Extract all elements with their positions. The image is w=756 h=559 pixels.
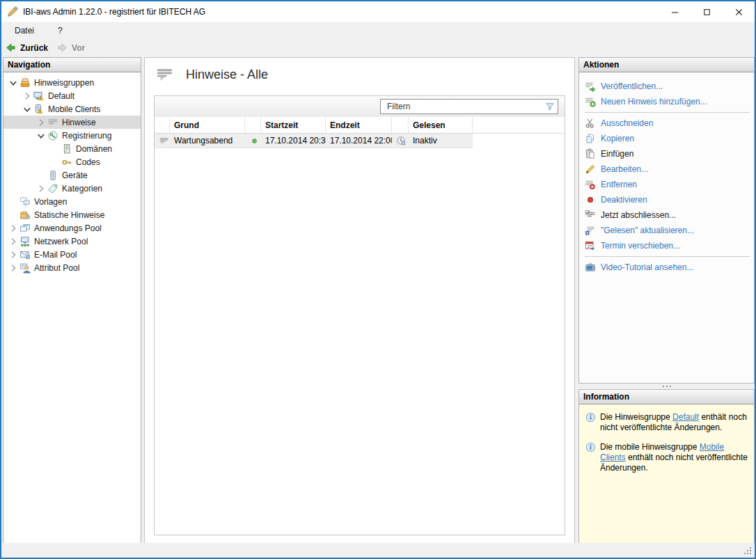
app-icon (7, 6, 18, 17)
action-label: Kopieren (601, 134, 634, 143)
forward-button[interactable]: Vor (56, 42, 85, 53)
action-label: Ausschneiden (601, 118, 653, 128)
action-ausschneiden[interactable]: Ausschneiden (583, 116, 751, 131)
sidebar-item-label: Statische Hinweise (34, 210, 104, 220)
sidebar-item-hinweise[interactable]: Hinweise (3, 116, 141, 129)
splitter-dot (663, 386, 664, 387)
action-jetzt-abschliessen: Jetzt abschliessen... (583, 207, 751, 223)
sidebar-item-e-mail-pool[interactable]: E-Mail Pool (3, 248, 141, 261)
information-list: Die Hinweisgruppe Default enthält noch n… (579, 404, 754, 473)
chevron-right-icon[interactable] (22, 90, 33, 102)
action-deaktivieren[interactable]: Deaktivieren (583, 192, 751, 207)
sidebar-item-statische-hinweise[interactable]: Statische Hinweise (3, 208, 141, 221)
sidebar-item-mobile-clients[interactable]: Mobile Clients (3, 102, 141, 116)
action-label: Entfernen (601, 180, 637, 189)
column-header-icon[interactable] (392, 117, 409, 133)
action-separator (585, 256, 750, 257)
sidebar-item-vorlagen[interactable]: Vorlagen (3, 195, 141, 208)
edit-icon (585, 164, 596, 175)
chevron-down-icon[interactable] (22, 104, 33, 115)
info-icon (585, 442, 596, 452)
table-cell: Inaktiv (409, 134, 473, 148)
sidebar-item-registrierung[interactable]: Registrierung (3, 129, 141, 142)
action-list: Veröffentlichen...Neuen Hinweis hinzufüg… (579, 72, 754, 275)
sidebar-item-label: Mobile Clients (48, 104, 100, 114)
menu-help[interactable]: ? (55, 24, 65, 37)
main-header: Hinweise - Alle (145, 58, 574, 84)
close-button[interactable] (723, 1, 755, 22)
filter-funnel-icon[interactable] (545, 102, 555, 111)
notices-table: GrundStartzeitEndzeitGelesen Wartungsabe… (154, 95, 565, 535)
sidebar-item-codes[interactable]: Codes (3, 155, 141, 168)
green-dot-icon (249, 136, 260, 146)
key-icon (61, 157, 72, 168)
calendar-move-icon: 17 (585, 240, 596, 251)
chevron-down-icon[interactable] (36, 130, 47, 141)
title-bar: IBI-aws Admin 1.22.0 - registriert für I… (1, 1, 755, 22)
column-header-grund[interactable]: Grund (170, 117, 245, 133)
action-label: Veröffentlichen... (601, 81, 663, 91)
navigation-panel: Navigation HinweisgruppenDefaultMobile C… (3, 57, 141, 544)
resize-grip[interactable] (744, 547, 752, 555)
sidebar-item-label: Kategorien (62, 184, 102, 194)
back-arrow-icon (5, 42, 17, 53)
sidebar-item-kategorien[interactable]: Kategorien (3, 182, 141, 195)
filter-input[interactable] (380, 99, 558, 114)
action-termin-verschieben[interactable]: 17Termin verschieben... (583, 238, 751, 253)
menu-datei[interactable]: Datei (12, 24, 37, 37)
panel-splitter[interactable] (578, 384, 755, 389)
action-neuen-hinweis-hinzufuegen[interactable]: Neuen Hinweis hinzufügen... (583, 94, 751, 109)
action-label: Jetzt abschliessen... (601, 210, 676, 220)
table-header-row: GrundStartzeitEndzeitGelesen (155, 117, 565, 134)
action-entfernen[interactable]: Entfernen (583, 177, 751, 192)
column-header-startzeit[interactable]: Startzeit (261, 117, 326, 133)
chevron-right-icon[interactable] (36, 183, 47, 194)
action-video-tutorial-ansehen[interactable]: Video-Tutorial ansehen... (583, 260, 751, 275)
table-row[interactable]: Wartungsabend17.10.2014 20:3017.10.2014 … (155, 134, 473, 148)
info-link-default[interactable]: Default (672, 412, 699, 422)
chevron-right-icon[interactable] (8, 236, 19, 247)
info-link-mobile-clients[interactable]: Mobile Clients (600, 442, 724, 462)
column-header-icon[interactable] (245, 117, 261, 133)
filter-band (155, 96, 565, 117)
splitter-dot (666, 386, 668, 387)
window-controls (659, 1, 755, 22)
finish-icon (585, 210, 596, 221)
actions-header: Aktionen (579, 58, 754, 72)
sidebar-item-domaenen[interactable]: Domänen (3, 142, 141, 155)
tree-indent-spacer (8, 196, 19, 207)
mail-icon (19, 249, 31, 260)
sidebar-item-hinweisgruppen[interactable]: Hinweisgruppen (3, 76, 141, 89)
note-lines-icon (47, 117, 58, 128)
action-bearbeiten[interactable]: Bearbeiten... (583, 162, 751, 177)
tree-indent-spacer (49, 143, 61, 155)
applications-icon (19, 223, 31, 234)
svg-text:17: 17 (588, 244, 592, 249)
chevron-right-icon[interactable] (8, 262, 19, 274)
chevron-right-icon[interactable] (8, 223, 19, 234)
sidebar-item-label: Registrierung (62, 131, 111, 141)
action-gelesen-aktualisieren[interactable]: "Gelesen" aktualisieren... (583, 223, 751, 238)
notice-groups-icon (19, 77, 31, 88)
column-header-filler (473, 117, 565, 133)
back-button[interactable]: Zurück (5, 42, 48, 53)
sidebar-item-attribut-pool[interactable]: Attribut Pool (3, 261, 141, 274)
column-header-icon[interactable] (155, 117, 170, 133)
maximize-button[interactable] (691, 1, 723, 22)
action-kopieren[interactable]: Kopieren (583, 131, 751, 146)
sidebar-item-anwendungs-pool[interactable]: Anwendungs Pool (3, 221, 141, 235)
column-header-endzeit[interactable]: Endzeit (326, 117, 392, 133)
sidebar-item-netzwerk-pool[interactable]: Netzwerk Pool (3, 235, 141, 248)
chevron-right-icon[interactable] (36, 117, 47, 128)
action-label: Video-Tutorial ansehen... (601, 262, 693, 272)
copy-icon (585, 133, 596, 144)
desktop-warning-icon (33, 90, 45, 102)
minimize-button[interactable] (659, 1, 691, 22)
sidebar-item-geraete[interactable]: Geräte (3, 168, 141, 182)
chevron-right-icon[interactable] (8, 249, 19, 260)
navigation-header: Navigation (3, 58, 141, 72)
column-header-gelesen[interactable]: Gelesen (409, 117, 473, 133)
action-veroeffentlichen[interactable]: Veröffentlichen... (583, 79, 751, 94)
sidebar-item-default[interactable]: Default (3, 89, 141, 102)
chevron-down-icon[interactable] (8, 77, 19, 88)
